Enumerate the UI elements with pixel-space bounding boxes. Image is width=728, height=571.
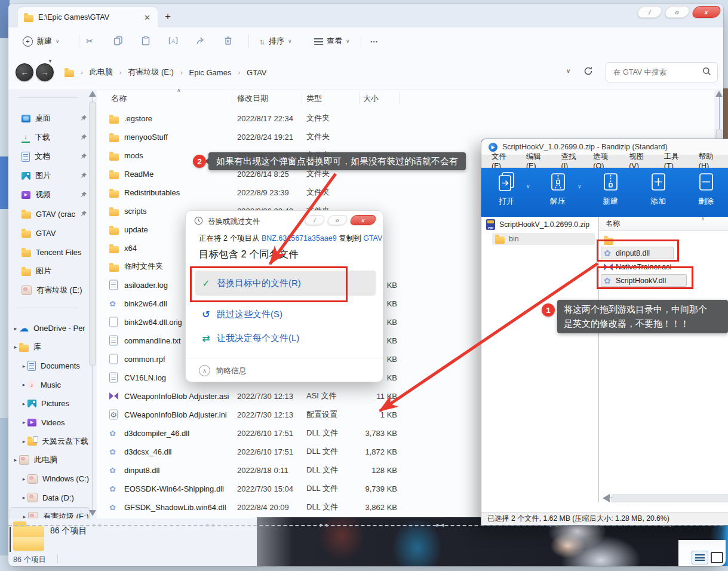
breadcrumb-separator-icon: › (119, 69, 122, 76)
file-name: d3dcsx_46.dll (124, 447, 172, 456)
file-name: d3dcompiler_46.dll (124, 428, 189, 437)
folder-icon (24, 15, 33, 22)
archive-tree-folder-bin[interactable]: bin (492, 233, 595, 245)
compare-icon: ⇄ (195, 333, 217, 344)
tool-del-icon (695, 171, 717, 195)
bandizip-toolbar: 打开∨解压∨新建添加删除 (481, 168, 728, 217)
new-button[interactable]: + 新建 ∨ (23, 32, 60, 50)
new-tab-button[interactable]: + (165, 11, 171, 23)
drag-cursor (10, 527, 11, 552)
copy-dialog-icon (194, 216, 203, 227)
view-button[interactable]: 查看 ∨ (314, 32, 350, 50)
breadcrumb-separator-icon: › (238, 69, 240, 76)
more-button[interactable]: ··· (370, 32, 378, 50)
cut-button[interactable]: ✂ (86, 32, 94, 50)
file-date: 2022/8/18 0:11 (237, 465, 288, 474)
file-name: common.rpf (124, 354, 165, 363)
search-input[interactable] (612, 67, 699, 77)
paste-icon (141, 36, 150, 47)
file-date: 2022/6/10 17:51 (237, 447, 293, 456)
file-date: 2022/8/17 22:34 (237, 113, 293, 122)
file-name: update (124, 225, 148, 234)
view-icon (314, 38, 323, 45)
file-size: 3,862 KB (314, 502, 397, 511)
tool-button-del[interactable]: 删除 (689, 171, 723, 207)
forward-button[interactable]: → (36, 63, 54, 81)
details-view-toggle[interactable] (692, 551, 708, 564)
folder-icon (495, 237, 505, 244)
breadcrumb-item[interactable]: Epic Games (189, 68, 232, 77)
close-button[interactable]: x (691, 6, 722, 18)
breadcrumb: ›此电脑›有害垃圾 (E:)›Epic Games›GTAV (64, 55, 267, 90)
share-button[interactable] (196, 32, 205, 50)
column-header-name[interactable]: 名称 ∧ (599, 217, 728, 231)
file-row[interactable]: .egstore2022/8/17 22:34文件夹 (8, 109, 623, 127)
annotation-box-replace-option (190, 266, 348, 302)
delete-button[interactable] (223, 32, 233, 50)
file-size: 128 KB (314, 465, 397, 474)
icons-view-toggle[interactable] (711, 552, 723, 563)
bandizip-menubar: 文件(F)编辑(E)查找(I)选项(O)视图(V)工具(T)帮助(H) (481, 155, 728, 168)
toolbar-divider (79, 34, 79, 48)
file-name: GFSDK_ShadowLib.win64.dll (124, 502, 226, 511)
fewer-details-button[interactable]: ∧ 简略信息 (199, 365, 247, 376)
copy-dest-link[interactable]: GTAV (363, 234, 382, 242)
breadcrumb-item[interactable]: 有害垃圾 (E:) (128, 67, 174, 78)
log-icon (109, 280, 118, 290)
folder-name: bin (509, 235, 519, 243)
copy-button[interactable] (113, 32, 123, 50)
decide-each-file-option[interactable]: ⇄ 让我决定每个文件(L) (195, 333, 299, 344)
folder-icon (109, 135, 119, 142)
drag-ghost-folder-icon (13, 526, 44, 551)
dialog-maximize-button[interactable]: o (327, 215, 349, 225)
chevron-down-icon[interactable]: ∨ (578, 183, 582, 189)
tool-button-add[interactable]: 添加 (641, 171, 675, 207)
rename-button[interactable]: A (168, 32, 178, 50)
copy-source-link[interactable]: BNZ.6315671a35aae9 (262, 234, 337, 242)
file-date: 2022/7/30 15:04 (237, 484, 293, 493)
paste-button[interactable] (141, 32, 150, 50)
chevron-down-icon: ∨ (56, 38, 60, 44)
flower-icon: ✿ (109, 299, 116, 308)
file-name: commandline.txt (124, 336, 181, 345)
refresh-icon[interactable] (583, 66, 594, 79)
status-bar-divider (57, 554, 58, 563)
ini-icon: ⚙ (109, 409, 118, 419)
drag-item-count: 86 个项目 (50, 526, 87, 536)
folder-icon (109, 154, 119, 161)
tool-button-extract[interactable]: 解压 (540, 171, 575, 207)
dialog-close-button[interactable]: x (349, 215, 377, 225)
history-caret-icon[interactable]: ▼ (48, 59, 53, 64)
hscroll-thumb[interactable] (612, 495, 728, 502)
hscroll-left-arrow-icon[interactable] (603, 494, 610, 502)
file-name: bink2w64.dll.orig (124, 317, 182, 326)
file-name: mods (124, 151, 143, 159)
tooltip-line: 是英文的修改器，不要拖！！！ (564, 317, 728, 331)
folder-icon (109, 191, 119, 198)
explorer-tab[interactable]: E:\Epic Games\GTAV ✕ (18, 7, 158, 27)
tab-close-icon[interactable]: ✕ (143, 13, 152, 22)
back-button[interactable]: ← (16, 63, 33, 81)
toolbar-divider (248, 34, 249, 48)
callout-badge-2: 2 (193, 155, 206, 168)
chevron-down-icon[interactable]: ∨ (526, 183, 530, 189)
file-type: 文件夹 (306, 131, 330, 142)
skip-files-option[interactable]: ↺ 跳过这些文件(S) (195, 309, 282, 320)
file-name: ReadMe (124, 169, 153, 178)
trash-icon (223, 36, 233, 47)
file-date: 2022/7/30 12:13 (237, 391, 293, 400)
dialog-minimize-button[interactable]: / (304, 215, 326, 225)
tool-button-open[interactable]: 打开 (489, 171, 524, 207)
copy-progress-text: 正在将 2 个项目从 BNZ.6315671a35aae9 复制到 GTAV (199, 234, 382, 244)
breadcrumb-item[interactable]: GTAV (247, 68, 266, 77)
breadcrumb-item[interactable]: 此电脑 (90, 67, 113, 78)
sort-button[interactable]: ↑↓ 排序 ∨ (259, 32, 292, 50)
tool-label: 删除 (698, 196, 714, 207)
bandizip-statusbar: 已选择 2 个文件, 1.62 MB (压缩后大小: 1.28 MB, 20.6… (481, 512, 728, 525)
address-dropdown-icon[interactable]: ∨ (566, 67, 570, 74)
tooltip-line: 将这两个拖到游戏目录中，中间那个 (564, 302, 728, 317)
file-date: 2022/8/4 20:09 (237, 502, 289, 511)
search-box[interactable] (606, 62, 718, 82)
archive-tree-root[interactable]: ZIP ScriptHookV_1.0.2699.0.zip (486, 219, 589, 230)
tool-button-new[interactable]: 新建 (593, 171, 628, 207)
